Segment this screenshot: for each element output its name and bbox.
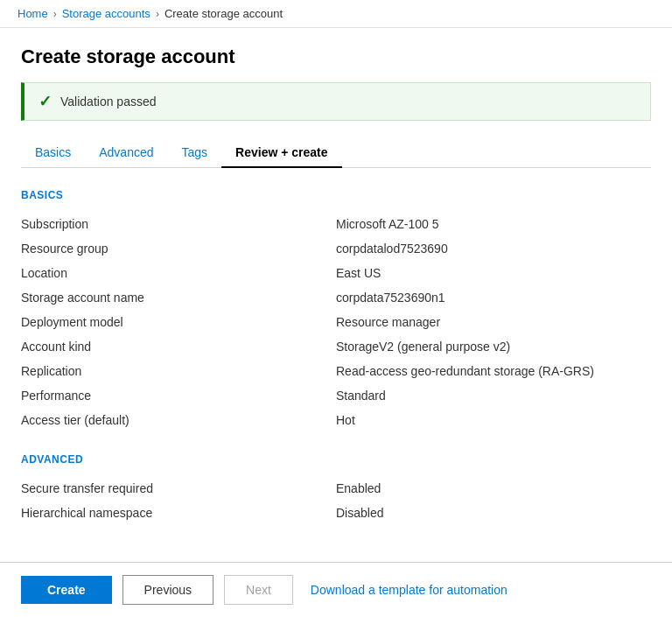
field-value: StorageV2 (general purpose v2) [336,334,651,359]
breadcrumb-sep-2: › [156,8,159,20]
tab-tags[interactable]: Tags [168,138,222,168]
field-label: Hierarchical namespace [21,501,336,525]
field-label: Resource group [21,236,336,261]
field-label: Secure transfer required [21,476,336,501]
breadcrumb-storage-accounts[interactable]: Storage accounts [62,7,150,20]
advanced-table: Secure transfer required Enabled Hierarc… [21,476,651,525]
field-value: Disabled [336,501,651,525]
field-label: Account kind [21,334,336,359]
tab-advanced[interactable]: Advanced [85,138,167,168]
breadcrumb-current: Create storage account [164,7,283,20]
tab-basics[interactable]: Basics [21,138,85,168]
page-title: Create storage account [21,46,651,68]
table-row: Account kind StorageV2 (general purpose … [21,334,651,359]
field-value: Read-access geo-redundant storage (RA-GR… [336,359,651,383]
table-row: Access tier (default) Hot [21,408,651,432]
basics-section: BASICS Subscription Microsoft AZ-100 5 R… [21,189,651,432]
table-row: Performance Standard [21,383,651,408]
field-label: Subscription [21,212,336,236]
breadcrumb: Home › Storage accounts › Create storage… [0,0,672,28]
breadcrumb-sep-1: › [53,8,57,20]
table-row: Location East US [21,261,651,285]
validation-banner: ✓ Validation passed [21,82,651,121]
table-row: Deployment model Resource manager [21,310,651,334]
check-icon: ✓ [38,92,52,111]
table-row: Hierarchical namespace Disabled [21,501,651,525]
tabs: Basics Advanced Tags Review + create [21,138,651,168]
field-label: Storage account name [21,285,336,310]
field-value: East US [336,261,651,285]
field-label: Replication [21,359,336,383]
field-label: Access tier (default) [21,408,336,432]
field-value: Microsoft AZ-100 5 [336,212,651,236]
breadcrumb-home[interactable]: Home [18,7,48,20]
field-value: corpdatalod7523690 [336,236,651,261]
footer: Create Previous Next Download a template… [0,562,672,617]
advanced-section: ADVANCED Secure transfer required Enable… [21,453,651,525]
field-value: Resource manager [336,310,651,334]
next-button: Next [224,575,293,605]
field-value: Hot [336,408,651,432]
main-content: Create storage account ✓ Validation pass… [0,28,672,525]
tab-review-create[interactable]: Review + create [221,138,341,168]
validation-text: Validation passed [60,95,156,109]
download-template-link[interactable]: Download a template for automation [311,583,508,597]
previous-button[interactable]: Previous [122,575,214,605]
field-value: corpdata7523690n1 [336,285,651,310]
table-row: Subscription Microsoft AZ-100 5 [21,212,651,236]
field-value: Standard [336,383,651,408]
table-row: Resource group corpdatalod7523690 [21,236,651,261]
field-value: Enabled [336,476,651,501]
field-label: Location [21,261,336,285]
table-row: Secure transfer required Enabled [21,476,651,501]
basics-table: Subscription Microsoft AZ-100 5 Resource… [21,212,651,432]
create-button[interactable]: Create [21,576,112,604]
field-label: Performance [21,383,336,408]
field-label: Deployment model [21,310,336,334]
advanced-section-header: ADVANCED [21,453,651,466]
table-row: Replication Read-access geo-redundant st… [21,359,651,383]
basics-section-header: BASICS [21,189,651,201]
table-row: Storage account name corpdata7523690n1 [21,285,651,310]
